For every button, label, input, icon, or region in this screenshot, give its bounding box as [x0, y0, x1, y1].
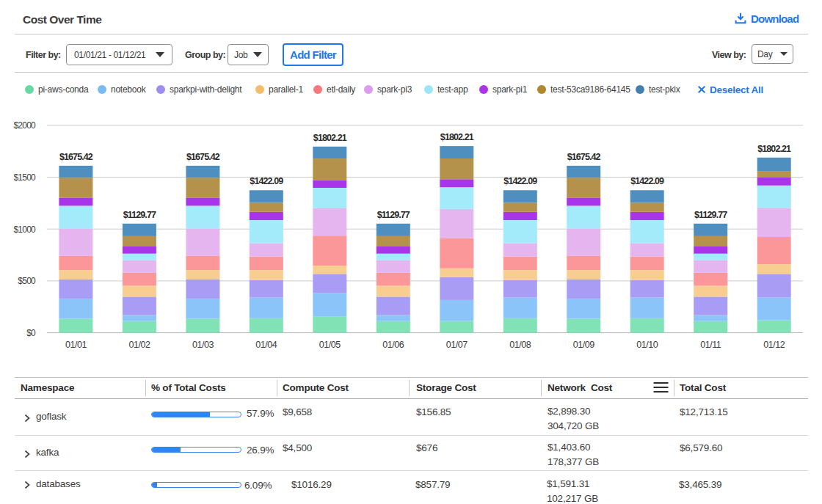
- svg-text:$1675.42: $1675.42: [59, 152, 93, 162]
- svg-text:$1129.77: $1129.77: [123, 210, 156, 220]
- svg-text:$500: $500: [18, 276, 36, 286]
- svg-text:01/09: 01/09: [573, 340, 595, 350]
- svg-text:01/01: 01/01: [65, 340, 87, 350]
- svg-text:01/05: 01/05: [319, 340, 341, 350]
- svg-text:$1422.09: $1422.09: [503, 176, 537, 186]
- svg-text:$2000: $2000: [13, 120, 36, 131]
- svg-text:$1802.21: $1802.21: [757, 144, 791, 154]
- svg-text:01/08: 01/08: [509, 340, 531, 350]
- svg-text:$1422.09: $1422.09: [630, 176, 664, 186]
- svg-text:$1422.09: $1422.09: [250, 176, 283, 186]
- svg-text:$1129.77: $1129.77: [694, 210, 727, 220]
- svg-text:01/03: 01/03: [192, 340, 214, 350]
- svg-text:01/07: 01/07: [446, 340, 468, 350]
- svg-text:$1500: $1500: [13, 172, 36, 183]
- svg-text:$1000: $1000: [13, 224, 36, 235]
- svg-text:01/04: 01/04: [255, 340, 277, 350]
- svg-text:$0: $0: [26, 328, 36, 338]
- svg-text:01/10: 01/10: [636, 340, 658, 350]
- svg-text:01/06: 01/06: [382, 340, 404, 350]
- svg-text:01/11: 01/11: [700, 340, 721, 350]
- svg-text:$1675.42: $1675.42: [567, 152, 601, 162]
- svg-text:$1129.77: $1129.77: [377, 210, 410, 220]
- svg-text:01/12: 01/12: [763, 340, 785, 350]
- svg-text:01/02: 01/02: [128, 340, 150, 350]
- svg-text:$1802.21: $1802.21: [313, 133, 347, 143]
- svg-text:$1802.21: $1802.21: [440, 132, 474, 142]
- svg-text:$1675.42: $1675.42: [186, 152, 220, 162]
